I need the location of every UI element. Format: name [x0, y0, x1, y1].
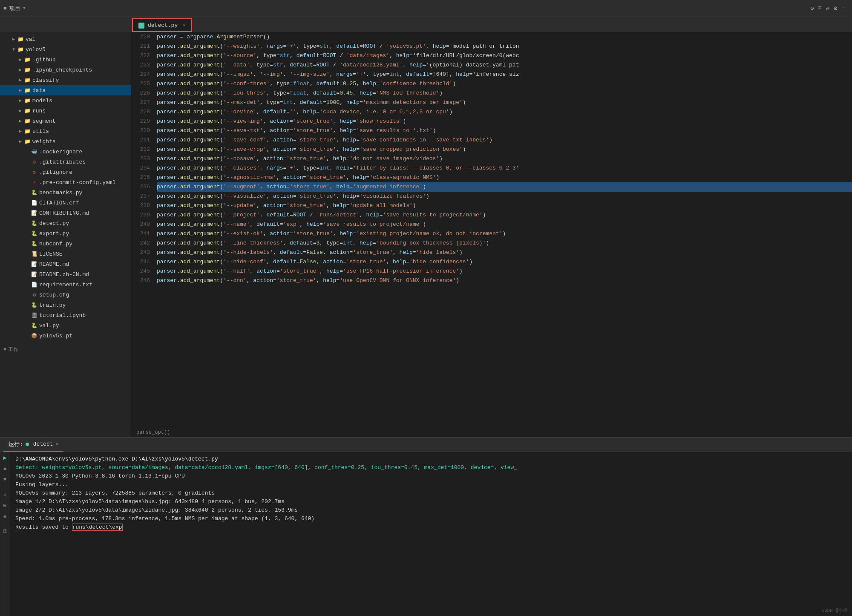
tree-item-export[interactable]: 🐍 export.py [0, 228, 131, 239]
tree-item-data[interactable]: ▶ 📁 data [0, 85, 131, 95]
tree-label-data: data [32, 87, 46, 94]
play-button[interactable]: ▶ [1, 453, 9, 462]
expand-arrow-github: ▶ [17, 56, 24, 63]
file-icon-citation: 📄 [31, 199, 37, 206]
no-arrow-val-py [24, 322, 31, 329]
tree-item-license[interactable]: 📜 LICENSE [0, 249, 131, 259]
no-arrow-precommit [24, 179, 31, 186]
tree-item-setup[interactable]: ⚙ setup.cfg [0, 290, 131, 300]
tree-label-export: export.py [39, 230, 69, 237]
tree-item-yolov5[interactable]: ▼ 📁 yolov5 [0, 44, 131, 55]
tree-item-requirements[interactable]: 📄 requirements.txt [0, 279, 131, 290]
tab-run[interactable]: 运行: detect × [3, 438, 63, 452]
tree-label-precommit: .pre-commit-config.yaml [39, 179, 115, 186]
tab-detect-py[interactable]: detect.py × [132, 18, 192, 32]
tree-item-ipynb[interactable]: ▶ 📁 .ipynb_checkpoints [0, 65, 131, 75]
tree-item-benchmarks[interactable]: 🐍 benchmarks.py [0, 187, 131, 198]
code-line-231: parser.add_argument('--save-conf', actio… [157, 135, 852, 145]
tree-item-dockerignore[interactable]: 🐳 .dockerignore [0, 147, 131, 157]
terminal-line: D:\ANACONDA\envs\yolov5\python.exe D:\AI… [15, 455, 847, 463]
folder-icon-runs: 📁 [24, 107, 31, 114]
tree-item-tutorial[interactable]: 📓 tutorial.ipynb [0, 310, 131, 320]
line-number-235: 235 [131, 173, 150, 182]
file-icon-detect: 🐍 [31, 220, 37, 227]
no-arrow-readme [24, 261, 31, 268]
line-number-221: 221 [131, 42, 150, 51]
code-line-226: parser.add_argument('--iou-thres', type=… [157, 89, 852, 98]
tree-label-runs: runs [32, 108, 46, 114]
stop-down-button[interactable]: ▼ [1, 475, 9, 484]
trash-button[interactable]: 🗑 [1, 527, 9, 535]
settings-circle-icon[interactable]: ⊙ [810, 5, 814, 12]
run-tab-close[interactable]: × [56, 442, 59, 447]
tree-label-ipynb: .ipynb_checkpoints [32, 67, 92, 73]
filter-button[interactable]: ⊕ [1, 512, 9, 521]
file-icon-license: 📜 [31, 250, 37, 257]
tree-item-yolov5s-pt[interactable]: 📦 yolov5s.pt [0, 331, 131, 341]
tree-item-classify[interactable]: ▶ 📁 classify [0, 75, 131, 85]
tree-item-models[interactable]: ▶ 📁 models [0, 95, 131, 106]
file-icon-readmecn: 📝 [31, 271, 37, 278]
tree-item-val[interactable]: ▶ 📁 val [0, 34, 131, 44]
main-area: ▶ 📁 val ▼ 📁 yolov5 ▶ 📁 .github ▶ 📁 .ipyn… [0, 32, 852, 437]
list-icon[interactable]: ≡ [818, 5, 821, 12]
tree-label-detect: detect.py [39, 220, 69, 227]
tree-item-github[interactable]: ▶ 📁 .github [0, 55, 131, 65]
tree-label-citation: CITATION.cff [39, 200, 79, 206]
code-lines[interactable]: parser = argparse.ArgumentParser() parse… [153, 32, 852, 427]
tree-item-gitattributes[interactable]: ⚙ .gitattributes [0, 157, 131, 167]
line-number-228: 228 [131, 107, 150, 117]
no-arrow-benchmarks [24, 189, 31, 196]
tree-item-precommit[interactable]: ⚡ .pre-commit-config.yaml [0, 177, 131, 187]
tree-label-readmecn: README.zh-CN.md [39, 271, 89, 278]
line-number-245: 245 [131, 267, 150, 276]
work-section-header: ▼ 工作 [0, 344, 131, 355]
line-number-220: 220 [131, 32, 150, 42]
terminal-line: Fusing layers... [15, 481, 847, 489]
tree-item-segment[interactable]: ▶ 📁 segment [0, 116, 131, 126]
file-icon-tutorial: 📓 [31, 312, 37, 319]
code-line-225: parser.add_argument('--conf-thres', type… [157, 79, 852, 89]
code-line-236: parser.add_argument('--augment', action=… [157, 182, 852, 192]
tree-item-detect[interactable]: 🐍 detect.py [0, 218, 131, 228]
tree-item-readmecn[interactable]: 📝 README.zh-CN.md [0, 269, 131, 279]
terminal-line: detect: weights=yolov5s.pt, source=data/… [15, 463, 847, 472]
tab-close-button[interactable]: × [183, 23, 186, 28]
tree-item-utils[interactable]: ▶ 📁 utils [0, 126, 131, 136]
align-button[interactable]: ⊟ [1, 501, 9, 509]
tree-item-citation[interactable]: 📄 CITATION.cff [0, 198, 131, 208]
gear-icon[interactable]: ⚙ [834, 5, 837, 12]
tree-item-val-py[interactable]: 🐍 val.py [0, 320, 131, 331]
code-line-230: parser.add_argument('--save-txt', action… [157, 126, 852, 135]
project-icon: ■ [3, 5, 7, 12]
folder-icon-data: 📁 [24, 87, 31, 94]
stop-up-button[interactable]: ▲ [1, 464, 9, 473]
line-number-237: 237 [131, 192, 150, 201]
tree-item-weights[interactable]: ▶ 📁 weights [0, 136, 131, 147]
terminal-line: YOLOv5 2023-1-30 Python-3.8.16 torch-1.1… [15, 472, 847, 481]
file-icon-contributing: 📝 [31, 210, 37, 216]
file-icon-dockerignore: 🐳 [31, 148, 37, 155]
line-number-243: 243 [131, 248, 150, 257]
tree-item-contributing[interactable]: 📝 CONTRIBUTING.md [0, 208, 131, 218]
file-icon-precommit: ⚡ [31, 179, 37, 186]
expand-arrow-segment: ▶ [17, 118, 24, 124]
file-icon-setup: ⚙ [31, 291, 37, 298]
tree-label-contributing: CONTRIBUTING.md [39, 210, 89, 216]
no-arrow-hubconf [24, 240, 31, 247]
tree-label-tutorial: tutorial.ipynb [39, 312, 86, 319]
tree-item-train[interactable]: 🐍 train.py [0, 300, 131, 310]
rerun-button[interactable]: ⇄ [1, 490, 9, 498]
project-label: 项目 [9, 5, 20, 12]
line-numbers: 2202212222232242252262272282292302312322… [131, 32, 153, 427]
file-icon-readme: 📝 [31, 261, 37, 268]
watermark: CSDN @小场 [821, 607, 848, 613]
tree-item-readme[interactable]: 📝 README.md [0, 259, 131, 269]
tree-label-readme: README.md [39, 261, 69, 268]
split-icon[interactable]: ⇌ [826, 5, 829, 12]
tree-item-runs[interactable]: ▶ 📁 runs [0, 106, 131, 116]
minus-icon[interactable]: − [842, 5, 845, 12]
project-dropdown[interactable]: ▼ [23, 6, 26, 11]
tree-item-gitignore[interactable]: ⚙ .gitignore [0, 167, 131, 177]
tree-item-hubconf[interactable]: 🐍 hubconf.py [0, 239, 131, 249]
